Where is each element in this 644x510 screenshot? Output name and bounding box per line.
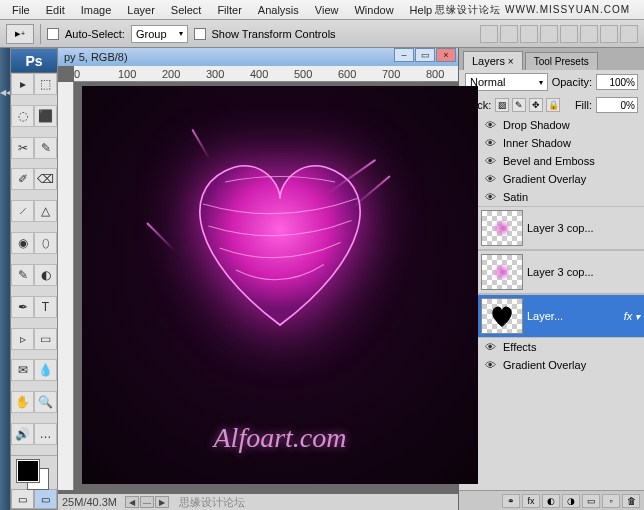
visibility-icon[interactable]: 👁 bbox=[483, 340, 497, 354]
fx-badge[interactable]: fx ▾ bbox=[624, 310, 640, 322]
eyedrop-tool[interactable]: 💧 bbox=[34, 359, 57, 381]
heart-artwork bbox=[170, 137, 390, 337]
blur-tool[interactable]: ✎ bbox=[11, 264, 34, 286]
align-icon[interactable] bbox=[580, 25, 598, 43]
zoom-tool[interactable]: 🔍 bbox=[34, 391, 57, 413]
pen-tool[interactable]: ✒ bbox=[11, 296, 34, 318]
scroll-right-icon[interactable]: ▶ bbox=[155, 496, 169, 508]
visibility-icon[interactable]: 👁 bbox=[483, 172, 497, 186]
shape-tool[interactable]: ▭ bbox=[34, 328, 57, 350]
visibility-icon[interactable]: 👁 bbox=[483, 136, 497, 150]
auto-select-checkbox[interactable] bbox=[47, 28, 59, 40]
notes-tool[interactable]: ✉ bbox=[11, 359, 34, 381]
menu-bar: File Edit Image Layer Select Filter Anal… bbox=[0, 0, 644, 20]
align-icon[interactable] bbox=[520, 25, 538, 43]
sound-tool[interactable]: 🔊 bbox=[11, 423, 34, 445]
new-icon[interactable]: ▫ bbox=[602, 494, 620, 508]
move-tool-icon[interactable]: ▸+ bbox=[6, 24, 34, 44]
mask-icon[interactable]: ◐ bbox=[542, 494, 560, 508]
opacity-label: Opacity: bbox=[552, 76, 592, 88]
effect-item[interactable]: 👁Bevel and Emboss bbox=[459, 152, 644, 170]
menu-view[interactable]: View bbox=[307, 4, 347, 16]
visibility-icon[interactable]: 👁 bbox=[483, 358, 497, 372]
effects-header[interactable]: 👁Effects bbox=[459, 338, 644, 356]
type-tool[interactable]: T bbox=[34, 296, 57, 318]
visibility-icon[interactable]: 👁 bbox=[483, 190, 497, 204]
tab-tool-presets[interactable]: Tool Presets bbox=[525, 52, 598, 70]
stamp-tool[interactable]: ⟋ bbox=[11, 200, 34, 222]
layer-thumb[interactable] bbox=[481, 298, 523, 334]
minimize-button[interactable]: – bbox=[394, 48, 414, 62]
show-transform-checkbox[interactable] bbox=[194, 28, 206, 40]
auto-select-dropdown[interactable]: Group▾ bbox=[131, 25, 188, 43]
align-icons bbox=[480, 25, 638, 43]
visibility-icon[interactable]: 👁 bbox=[483, 154, 497, 168]
effect-item[interactable]: 👁Gradient Overlay bbox=[459, 170, 644, 188]
align-icon[interactable] bbox=[600, 25, 618, 43]
layer-row[interactable]: 👁 Layer 3 cop... bbox=[459, 206, 644, 250]
lock-trans-icon[interactable]: ▨ bbox=[495, 98, 509, 112]
menu-window[interactable]: Window bbox=[346, 4, 401, 16]
path-tool[interactable]: ▹ bbox=[11, 328, 34, 350]
crop-tool[interactable]: ✂ bbox=[11, 137, 34, 159]
adjust-icon[interactable]: ◑ bbox=[562, 494, 580, 508]
menu-select[interactable]: Select bbox=[163, 4, 210, 16]
quickmask-icon[interactable]: ▭ bbox=[11, 489, 34, 509]
dodge-tool[interactable]: ◐ bbox=[34, 264, 57, 286]
visibility-icon[interactable]: 👁 bbox=[483, 118, 497, 132]
color-swatch[interactable] bbox=[11, 455, 57, 489]
lock-move-icon[interactable]: ✥ bbox=[529, 98, 543, 112]
align-icon[interactable] bbox=[500, 25, 518, 43]
gradient-tool[interactable]: ⬯ bbox=[34, 232, 57, 254]
align-icon[interactable] bbox=[560, 25, 578, 43]
brush-tool[interactable]: ⌫ bbox=[34, 168, 57, 190]
opacity-input[interactable] bbox=[596, 74, 638, 90]
layer-thumb[interactable] bbox=[481, 254, 523, 290]
heal-tool[interactable]: ✐ bbox=[11, 168, 34, 190]
fg-color[interactable] bbox=[17, 460, 39, 482]
layer-name[interactable]: Layer... bbox=[527, 310, 563, 322]
menu-file[interactable]: File bbox=[4, 4, 38, 16]
history-tool[interactable]: △ bbox=[34, 200, 57, 222]
maximize-button[interactable]: ▭ bbox=[415, 48, 435, 62]
menu-analysis[interactable]: Analysis bbox=[250, 4, 307, 16]
menu-filter[interactable]: Filter bbox=[209, 4, 249, 16]
eraser-tool[interactable]: ◉ bbox=[11, 232, 34, 254]
screenmode-icon[interactable]: ▭ bbox=[34, 489, 57, 509]
trash-icon[interactable]: 🗑 bbox=[622, 494, 640, 508]
canvas[interactable]: Alfoart.com bbox=[82, 86, 478, 484]
wand-tool[interactable]: ⬛ bbox=[34, 105, 57, 127]
marquee-tool[interactable]: ⬚ bbox=[34, 73, 57, 95]
layer-name[interactable]: Layer 3 cop... bbox=[527, 222, 594, 234]
menu-edit[interactable]: Edit bbox=[38, 4, 73, 16]
menu-layer[interactable]: Layer bbox=[119, 4, 163, 16]
layer-thumb[interactable] bbox=[481, 210, 523, 246]
fx-icon[interactable]: fx bbox=[522, 494, 540, 508]
layer-row-selected[interactable]: 👁 Layer... fx ▾ bbox=[459, 294, 644, 338]
align-icon[interactable] bbox=[540, 25, 558, 43]
lasso-tool[interactable]: ◌ bbox=[11, 105, 34, 127]
fill-input[interactable] bbox=[596, 97, 638, 113]
scroll-left-icon[interactable]: ◀ bbox=[125, 496, 139, 508]
panel-footer: ⚭fx◐◑▭▫🗑 bbox=[459, 490, 644, 510]
effect-item[interactable]: 👁Gradient Overlay bbox=[459, 356, 644, 374]
move-tool[interactable]: ▸ bbox=[11, 73, 34, 95]
link-icon[interactable]: ⚭ bbox=[502, 494, 520, 508]
align-icon[interactable] bbox=[620, 25, 638, 43]
effect-item[interactable]: 👁Satin bbox=[459, 188, 644, 206]
layer-name[interactable]: Layer 3 cop... bbox=[527, 266, 594, 278]
lock-all-icon[interactable]: 🔒 bbox=[546, 98, 560, 112]
menu-image[interactable]: Image bbox=[73, 4, 120, 16]
close-button[interactable]: × bbox=[436, 48, 456, 62]
effect-item[interactable]: 👁Inner Shadow bbox=[459, 134, 644, 152]
more-tool[interactable]: … bbox=[34, 423, 57, 445]
lock-paint-icon[interactable]: ✎ bbox=[512, 98, 526, 112]
scroll-track[interactable]: — bbox=[140, 496, 154, 508]
hand-tool[interactable]: ✋ bbox=[11, 391, 34, 413]
folder-icon[interactable]: ▭ bbox=[582, 494, 600, 508]
layer-row[interactable]: 👁 Layer 3 cop... bbox=[459, 250, 644, 294]
effect-item[interactable]: 👁Drop Shadow bbox=[459, 116, 644, 134]
tab-layers[interactable]: Layers × bbox=[463, 51, 523, 70]
align-icon[interactable] bbox=[480, 25, 498, 43]
slice-tool[interactable]: ✎ bbox=[34, 137, 57, 159]
